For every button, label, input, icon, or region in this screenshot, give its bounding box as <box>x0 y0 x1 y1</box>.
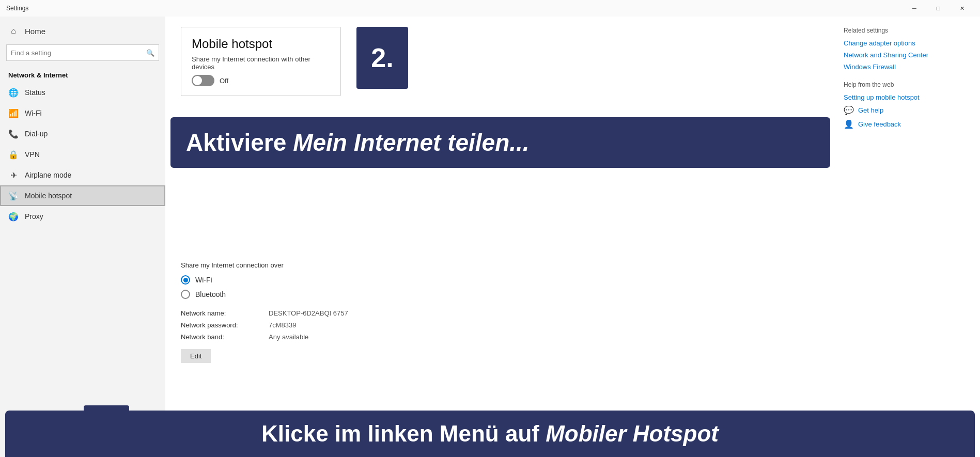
network-password-value: 7cM8339 <box>269 321 820 329</box>
sidebar-item-vpn-label: VPN <box>25 150 40 159</box>
sidebar-item-airplane[interactable]: ✈ Airplane mode <box>0 165 165 185</box>
bottom-banner: Klicke im linken Menü auf Mobiler Hotspo… <box>5 411 975 457</box>
titlebar-title: Settings <box>6 5 28 12</box>
sidebar-item-hotspot-label: Mobile hotspot <box>25 192 72 200</box>
sidebar-item-dialup[interactable]: 📞 Dial-up <box>0 123 165 144</box>
aktiviere-banner: Aktiviere Mein Internet teilen... <box>170 117 830 168</box>
sidebar-section-title: Network & Internet <box>0 67 165 82</box>
get-help-action[interactable]: 💬 Get help <box>844 105 972 115</box>
titlebar: Settings ─ □ ✕ <box>0 0 980 17</box>
proxy-icon: 🌍 <box>8 211 19 222</box>
sidebar-item-wifi-label: Wi-Fi <box>25 109 42 117</box>
network-name-label: Network name: <box>181 309 263 317</box>
sharing-center-link[interactable]: Network and Sharing Center <box>844 51 972 59</box>
toggle-row: Off <box>192 75 330 86</box>
airplane-icon: ✈ <box>8 170 19 180</box>
minimize-button[interactable]: ─ <box>903 0 926 17</box>
edit-button[interactable]: Edit <box>181 349 211 363</box>
network-info: Network name: DESKTOP-6D2ABQI 6757 Netwo… <box>181 309 820 341</box>
search-icon: 🔍 <box>146 49 154 57</box>
status-icon: 🌐 <box>8 87 19 98</box>
sidebar-home[interactable]: ⌂ Home <box>0 21 165 41</box>
home-icon: ⌂ <box>8 26 19 36</box>
radio-item-bluetooth[interactable]: Bluetooth <box>181 290 820 299</box>
content-section: Share my Internet connection over Wi-Fi … <box>181 261 820 363</box>
setup-hotspot-link[interactable]: Setting up mobile hotspot <box>844 93 972 101</box>
toggle-label: Off <box>220 77 228 85</box>
radio-bluetooth-circle <box>181 290 190 299</box>
help-title: Help from the web <box>844 81 972 88</box>
give-feedback-action[interactable]: 👤 Give feedback <box>844 119 972 129</box>
sidebar-item-status[interactable]: 🌐 Status <box>0 82 165 103</box>
feedback-icon: 👤 <box>844 119 854 129</box>
give-feedback-label: Give feedback <box>858 120 901 128</box>
radio-wifi-label: Wi-Fi <box>195 276 212 284</box>
sidebar-item-vpn[interactable]: 🔒 VPN <box>0 144 165 165</box>
close-button[interactable]: ✕ <box>950 0 974 17</box>
sidebar-home-label: Home <box>25 27 45 36</box>
sidebar-search-box[interactable]: 🔍 <box>6 44 159 61</box>
sidebar-item-hotspot[interactable]: 📡 Mobile hotspot <box>0 185 165 206</box>
radio-wifi-circle <box>181 275 190 285</box>
radio-group: Wi-Fi Bluetooth <box>181 275 820 299</box>
vpn-icon: 🔒 <box>8 149 19 160</box>
bottom-banner-text: Klicke im linken Menü auf Mobiler Hotspo… <box>21 421 959 447</box>
maximize-button[interactable]: □ <box>926 0 950 17</box>
sidebar-item-proxy-label: Proxy <box>25 212 43 220</box>
sidebar-item-airplane-label: Airplane mode <box>25 171 71 179</box>
hotspot-card-subtitle: Share my Internet connection with other … <box>192 55 330 71</box>
content-area: Mobile hotspot Share my Internet connect… <box>165 17 835 457</box>
wifi-icon: 📶 <box>8 108 19 118</box>
sidebar-item-status-label: Status <box>25 88 45 97</box>
network-band-value: Any available <box>269 333 820 341</box>
settings-window: Settings ─ □ ✕ ⌂ Home 🔍 Network & Intern… <box>0 0 980 457</box>
hotspot-card: Mobile hotspot Share my Internet connect… <box>181 27 341 96</box>
main-layout: ⌂ Home 🔍 Network & Internet 🌐 Status 📶 W… <box>0 17 980 457</box>
firewall-link[interactable]: Windows Firewall <box>844 63 972 71</box>
right-panel: Related settings Change adapter options … <box>835 17 980 457</box>
hotspot-card-title: Mobile hotspot <box>192 37 330 51</box>
network-band-label: Network band: <box>181 333 263 341</box>
sidebar: ⌂ Home 🔍 Network & Internet 🌐 Status 📶 W… <box>0 17 165 457</box>
related-settings-title: Related settings <box>844 27 972 34</box>
top-row: Mobile hotspot Share my Internet connect… <box>181 27 820 96</box>
share-over-label: Share my Internet connection over <box>181 261 820 269</box>
get-help-label: Get help <box>858 106 883 114</box>
search-input[interactable] <box>11 49 146 57</box>
network-password-label: Network password: <box>181 321 263 329</box>
radio-item-wifi[interactable]: Wi-Fi <box>181 275 820 285</box>
change-adapter-link[interactable]: Change adapter options <box>844 39 972 47</box>
sidebar-item-wifi[interactable]: 📶 Wi-Fi <box>0 103 165 123</box>
radio-bluetooth-label: Bluetooth <box>195 290 226 298</box>
dialup-icon: 📞 <box>8 129 19 139</box>
network-name-value: DESKTOP-6D2ABQI 6757 <box>269 309 820 317</box>
window-controls: ─ □ ✕ <box>903 0 974 17</box>
hotspot-icon: 📡 <box>8 191 19 201</box>
get-help-icon: 💬 <box>844 105 854 115</box>
step2-badge: 2. <box>356 27 408 89</box>
sidebar-item-proxy[interactable]: 🌍 Proxy <box>0 206 165 227</box>
aktiviere-banner-text: Aktiviere Mein Internet teilen... <box>186 129 815 156</box>
hotspot-toggle[interactable] <box>192 75 214 86</box>
sidebar-item-dialup-label: Dial-up <box>25 130 48 138</box>
